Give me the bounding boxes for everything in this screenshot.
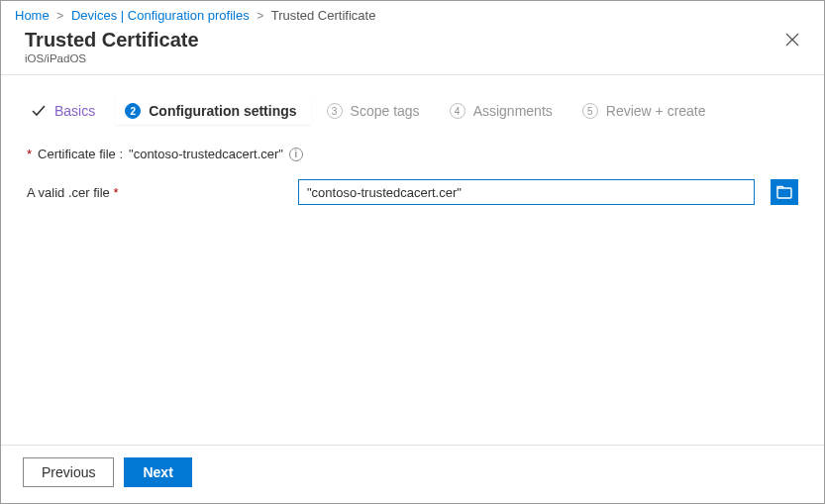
info-icon[interactable]: i xyxy=(289,148,303,161)
certificate-file-label: * Certificate file : "contoso-trustedcac… xyxy=(27,147,798,161)
chevron-right-icon: > xyxy=(56,9,63,23)
browse-file-button[interactable] xyxy=(771,179,798,205)
folder-icon xyxy=(776,185,792,199)
step-label: Basics xyxy=(54,103,95,119)
breadcrumb: Home > Devices | Configuration profiles … xyxy=(1,1,824,27)
content-area: Basics 2 Configuration settings 3 Scope … xyxy=(1,75,824,445)
close-icon xyxy=(785,33,799,47)
step-number-icon: 3 xyxy=(327,103,343,119)
breadcrumb-home[interactable]: Home xyxy=(15,8,50,23)
step-label: Configuration settings xyxy=(149,103,296,119)
required-asterisk: * xyxy=(113,185,118,200)
svg-rect-2 xyxy=(777,188,791,198)
chevron-right-icon: > xyxy=(257,9,263,23)
step-review-create[interactable]: 5 Review + create xyxy=(572,97,720,125)
check-icon xyxy=(31,103,47,119)
step-label: Review + create xyxy=(606,103,706,119)
previous-button[interactable]: Previous xyxy=(23,457,114,487)
step-number-icon: 5 xyxy=(582,103,598,119)
step-basics[interactable]: Basics xyxy=(27,97,109,125)
breadcrumb-devices[interactable]: Devices | Configuration profiles xyxy=(71,8,250,23)
cer-file-input[interactable] xyxy=(298,179,755,205)
page-title: Trusted Certificate xyxy=(25,29,778,51)
breadcrumb-current: Trusted Certificate xyxy=(271,8,376,23)
step-scope-tags[interactable]: 3 Scope tags xyxy=(317,97,434,125)
wizard-stepper: Basics 2 Configuration settings 3 Scope … xyxy=(27,97,798,125)
step-label: Assignments xyxy=(473,103,553,119)
step-label: Scope tags xyxy=(351,103,420,119)
page-subtitle: iOS/iPadOS xyxy=(25,52,778,64)
step-assignments[interactable]: 4 Assignments xyxy=(440,97,567,125)
wizard-footer: Previous Next xyxy=(1,445,824,503)
close-button[interactable] xyxy=(778,29,806,56)
next-button[interactable]: Next xyxy=(124,457,191,487)
certificate-file-name: "contoso-trustedcacert.cer" xyxy=(129,147,283,161)
required-asterisk: * xyxy=(27,147,32,161)
step-configuration-settings[interactable]: 2 Configuration settings xyxy=(115,97,310,125)
valid-cer-label: A valid .cer file * xyxy=(27,185,282,200)
step-number-icon: 4 xyxy=(450,103,465,119)
certificate-file-prefix: Certificate file : xyxy=(38,147,123,161)
step-number-icon: 2 xyxy=(125,103,141,119)
